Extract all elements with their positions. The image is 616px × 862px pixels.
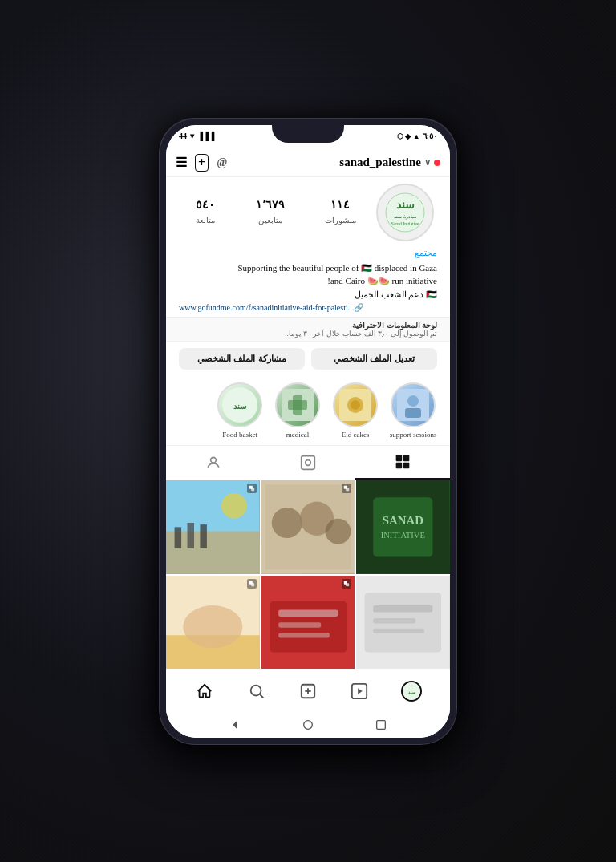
edit-profile-button[interactable]: تعديل الملف الشخصي (311, 348, 437, 370)
nav-new-post[interactable] (294, 677, 322, 706)
grid-image-3: SANAD INITIATIVE (356, 480, 450, 574)
verified-dropdown[interactable]: ∨ (424, 157, 431, 168)
stat-posts: ١١٤ منشورات (325, 198, 356, 226)
svg-rect-12 (288, 400, 307, 410)
followers-count: ١٬٦٧٩ (256, 198, 285, 212)
svg-rect-57 (374, 629, 425, 633)
svg-marker-64 (359, 688, 363, 694)
highlight-circle-support (391, 382, 436, 427)
nav-reels[interactable] (345, 677, 374, 706)
wifi-icon: ▾ (190, 132, 194, 140)
svg-rect-20 (396, 463, 403, 469)
profile-stats: ١١٤ منشورات ١٬٦٧٩ متابعين ٥٤٠ متابعة (176, 198, 376, 226)
bio-section: مجتمع Supporting the beautiful people of… (166, 245, 450, 318)
svg-point-9 (351, 400, 360, 410)
highlight-label-food: Food basket (222, 431, 257, 439)
menu-icon[interactable]: ☰ (176, 155, 187, 170)
highlight-support[interactable]: support sessions (389, 382, 437, 439)
bottom-nav: سند (166, 670, 450, 712)
svg-rect-16 (302, 456, 315, 470)
home-button[interactable] (300, 717, 316, 733)
svg-rect-29 (251, 488, 254, 491)
svg-rect-26 (188, 523, 194, 548)
header-left-icons: ☰ + @ (176, 154, 227, 172)
action-buttons: تعديل الملف الشخصي مشاركة الملف الشخصي (166, 342, 450, 376)
following-count: ٥٤٠ (196, 198, 215, 212)
highlight-medical[interactable]: medical (274, 382, 322, 439)
highlight-label-medical: medical (286, 431, 310, 439)
info-bar: لوحة المعلومات الاحترافية تم الوصول إلى … (166, 317, 450, 342)
tab-reels[interactable] (261, 446, 355, 480)
grid-image-6 (356, 576, 450, 670)
svg-point-24 (221, 493, 247, 519)
bio-text: Supporting the beautiful people of 🇵🇸 di… (179, 261, 437, 301)
avatar-logo-svg: سند مبادرة سند Sanad Initiative (385, 192, 425, 233)
svg-point-5 (407, 395, 419, 407)
grid-image-2 (261, 480, 355, 574)
svg-rect-27 (200, 524, 206, 548)
grid-cell-4[interactable] (166, 576, 260, 670)
stat-followers[interactable]: ١٬٦٧٩ متابعين (256, 198, 285, 226)
reel-icon (300, 455, 316, 471)
signal-icon: ▐▐▐ (197, 132, 214, 140)
grid-image-5 (261, 576, 355, 670)
svg-rect-25 (175, 527, 181, 548)
home-circle-icon (302, 718, 314, 731)
svg-rect-55 (374, 605, 433, 612)
grid-cell-6[interactable] (356, 576, 450, 670)
grid-cell-1[interactable] (166, 480, 260, 574)
svg-text:سند: سند (396, 199, 415, 211)
svg-text:INITIATIVE: INITIATIVE (381, 531, 425, 540)
followers-label: متابعين (258, 216, 282, 225)
svg-rect-49 (278, 622, 321, 627)
info-title: لوحة المعلومات الاحترافية (179, 321, 437, 330)
following-label: متابعة (196, 216, 215, 225)
recents-square-icon (375, 718, 387, 731)
nav-profile[interactable]: سند (397, 677, 426, 706)
multi-icon-4 (249, 581, 255, 587)
stat-following[interactable]: ٥٤٠ متابعة (196, 198, 215, 226)
grid-cell-3[interactable]: SANAD INITIATIVE (356, 480, 450, 574)
svg-line-59 (260, 694, 263, 698)
photo-grid: SANAD INITIATIVE (166, 480, 450, 670)
nav-home[interactable] (190, 677, 219, 706)
system-nav (166, 712, 450, 738)
svg-rect-21 (403, 463, 410, 469)
grid-cell-2[interactable] (261, 480, 355, 574)
search-icon (248, 682, 265, 700)
highlight-label-cakes: Eid cakes (342, 431, 370, 439)
svg-rect-45 (251, 583, 254, 586)
highlight-food[interactable]: سند Food basket (216, 382, 264, 439)
posts-label: منشورات (325, 216, 356, 225)
recents-button[interactable] (373, 717, 389, 733)
svg-text:SANAD: SANAD (383, 514, 424, 527)
share-profile-button[interactable]: مشاركة الملف الشخصي (179, 348, 305, 370)
highlight-label-support: support sessions (390, 431, 437, 439)
nav-search[interactable] (242, 677, 271, 706)
highlight-cakes[interactable]: Eid cakes (331, 382, 379, 439)
instagram-app: ☰ + @ ∨ sanad_palestine ١١٤ منشورات (166, 148, 450, 738)
highlight-img-food: سند (222, 387, 257, 423)
svg-rect-50 (278, 633, 330, 637)
back-button[interactable] (227, 717, 243, 733)
svg-text:مبادرة سند: مبادرة سند (394, 214, 416, 220)
svg-rect-69 (377, 720, 386, 729)
threads-icon[interactable]: @ (217, 156, 227, 169)
grid-icon (395, 454, 411, 470)
tab-grid[interactable] (355, 446, 450, 480)
highlight-img-support (397, 389, 429, 421)
multi-icon-2 (343, 485, 350, 492)
svg-text:سند: سند (233, 402, 246, 411)
phone-notch (272, 125, 344, 143)
svg-point-17 (306, 460, 311, 466)
time-display: ٦:٥٠ (423, 132, 437, 140)
new-post-icon[interactable]: + (195, 154, 209, 172)
username: sanad_palestine (339, 156, 421, 169)
bio-link[interactable]: www.gofundme.com/f/sanadinitiative-aid-f… (179, 303, 437, 312)
svg-text:Sanad Initiative: Sanad Initiative (391, 221, 419, 226)
tab-tagged[interactable] (166, 446, 261, 480)
status-left: 44 ▾ ▐▐▐ (179, 132, 214, 140)
svg-rect-56 (374, 618, 416, 623)
grid-cell-5[interactable] (261, 576, 355, 670)
grid-image-4 (166, 576, 260, 670)
